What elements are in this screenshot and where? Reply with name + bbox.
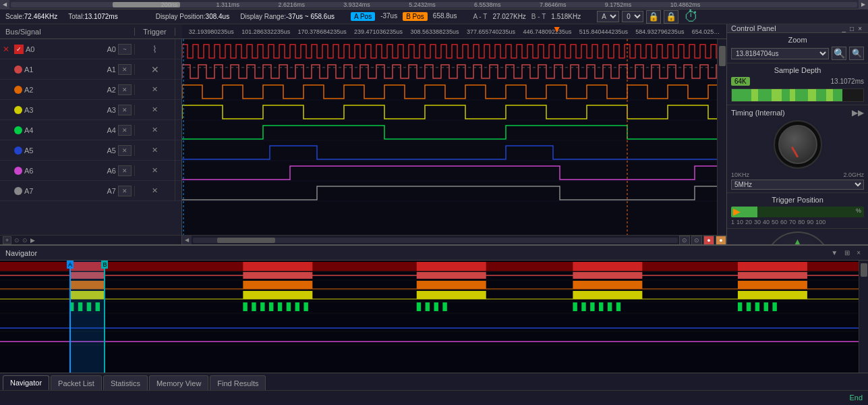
trigger-pos-bar[interactable]: ▶ % [731,207,864,217]
waveform-v-scrollbar[interactable] [717,39,726,235]
sample-depth-label: 64K [731,77,750,86]
wf-tool-2[interactable]: ⊙ [691,236,702,245]
svg-rect-39 [243,302,247,311]
scroll-left-arrow[interactable]: ◀ [0,0,9,9]
lock-icon1[interactable]: 🔒 [646,10,661,24]
svg-rect-47 [417,302,421,311]
a2-trigger-btn[interactable]: ✕ [152,85,158,94]
top-scrollbar-track[interactable] [11,2,857,7]
timing-arrow[interactable]: ▶▶ [852,108,864,117]
wf-tool-3[interactable]: ● [703,236,714,245]
svg-rect-22 [738,272,807,279]
ruler-label-0: 32.193980235us [189,28,234,35]
navigator-content[interactable]: A B [0,261,868,373]
scroll-right-arrow[interactable]: ▶ [859,0,868,9]
nav-selection [69,261,104,373]
trigger-pos-title: Trigger Position [731,196,864,204]
display-pos-info: Display Position:308.4us [156,13,230,20]
a5-label: A5 [24,146,105,155]
svg-rect-13 [243,262,312,271]
navigator-dock-btn[interactable]: ⊞ [842,249,852,256]
top-scrollbar-thumb [113,2,180,7]
display-range-info: Display Range:-37us ~ 658.6us [240,13,335,20]
volt-select[interactable]: 012 [622,11,643,22]
svg-rect-41 [260,302,264,311]
svg-rect-46 [303,302,308,311]
a1-edit-btn[interactable]: ✕ [118,64,132,75]
tab-find-results[interactable]: Find Results [210,375,266,390]
a-pos-control[interactable]: A Pos [351,12,375,21]
a5-color-dot [14,146,22,155]
tab-memory-view[interactable]: Memory View [149,375,208,390]
svg-rect-21 [573,272,642,279]
a5-trigger-btn[interactable]: ✕ [152,146,158,155]
tab-packet-list[interactable]: Packet List [51,375,102,390]
svg-rect-55 [608,302,612,311]
a6-edit-btn[interactable]: ✕ [118,165,132,176]
cp-close-btn[interactable]: × [856,25,864,32]
timing-freq-select[interactable]: 5MHz 10MHz 1MHz [731,180,864,190]
channel-select[interactable]: AB [597,11,619,22]
lock-icon2[interactable]: 🔒 [664,10,678,24]
svg-rect-50 [442,302,446,311]
a4-trigger-btn[interactable]: ✕ [152,126,158,134]
svg-rect-57 [738,302,742,311]
a4-edit-btn[interactable]: ✕ [118,125,132,136]
a7-edit-btn[interactable]: ✕ [118,186,132,196]
a4-name: A4 [107,126,116,134]
navigator-titlebar: Navigator ▼ ⊞ × [0,246,868,261]
signal-row-a1: A1 A1 ✕ ✕ [0,59,181,80]
timing-knob[interactable] [778,125,817,164]
a0-trigger-btn[interactable]: ⌇ [152,44,157,55]
total-info: Total:13.1072ms [68,13,117,20]
timing-title: Timing (Internal) [731,109,785,117]
svg-rect-53 [590,302,594,311]
navigator-collapse-btn[interactable]: ▼ [829,249,840,256]
signal-row-a2: A2 A2 ✕ ✕ [0,80,181,100]
add-signal-btn[interactable]: + [3,236,11,244]
timing-min-freq: 10KHz [731,171,749,178]
a1-trigger-btn[interactable]: ✕ [151,64,159,75]
wf-scroll-left[interactable]: ◀ [182,236,192,245]
signal-trigger-header: Bus/Signal Trigger [0,24,182,39]
a0-x-btn[interactable]: ✕ [3,45,12,54]
waveform-bottom-scroll[interactable]: ◀ ⊙ ⊙ ● ● [182,235,726,244]
a3-name: A3 [107,106,116,114]
signal-row-a5: A5 A5 ✕ ✕ [0,140,181,161]
a7-trigger-btn[interactable]: ✕ [152,186,158,195]
zoom-out-btn[interactable]: 🔍 [849,47,864,60]
nav-marker-b[interactable]: B [104,261,105,373]
svg-rect-26 [573,281,642,289]
wf-tool-4[interactable]: ● [716,236,726,245]
waveform-display[interactable] [182,39,726,235]
a6-trigger-btn[interactable]: ✕ [152,166,158,175]
zoom-select[interactable]: 13.8184704us [731,48,829,59]
cp-minimize-btn[interactable]: _ [840,25,848,32]
bt-label: B - T [531,13,546,20]
a5-edit-btn[interactable]: ✕ [118,145,132,156]
a2-edit-btn[interactable]: ✕ [118,84,132,95]
signal-scroll-right[interactable]: ▶ [30,237,35,244]
clock-icon: ⏱ [684,8,699,26]
marker-b-triangle[interactable]: ▼ [552,24,562,34]
a3-label: A3 [24,106,105,114]
bottom-tabs-bar: Navigator Packet List Statistics Memory … [0,373,868,390]
nav-marker-a[interactable]: A [69,261,71,373]
a3-edit-btn[interactable]: ✕ [118,105,132,115]
navigator-close-btn[interactable]: × [855,249,863,256]
a0-edit-btn[interactable]: ~ [118,44,132,55]
bottom-status-bar: End [0,390,868,404]
a3-trigger-btn[interactable]: ✕ [152,105,158,114]
svg-rect-60 [764,302,768,311]
tab-navigator[interactable]: Navigator [3,375,49,390]
nav-up-btn[interactable]: ▲ [792,237,803,244]
b-pos-control[interactable]: B Pos [403,12,428,21]
svg-rect-19 [243,272,312,279]
zoom-in-btn[interactable]: 🔍 [832,47,846,60]
svg-rect-33 [738,291,807,299]
wf-tool-1[interactable]: ⊙ [679,236,690,245]
tab-statistics[interactable]: Statistics [103,375,148,390]
trigger-pos-nums: 1102030405060708090100 [731,219,864,225]
cp-maximize-btn[interactable]: □ [848,25,856,32]
svg-rect-24 [243,281,312,289]
